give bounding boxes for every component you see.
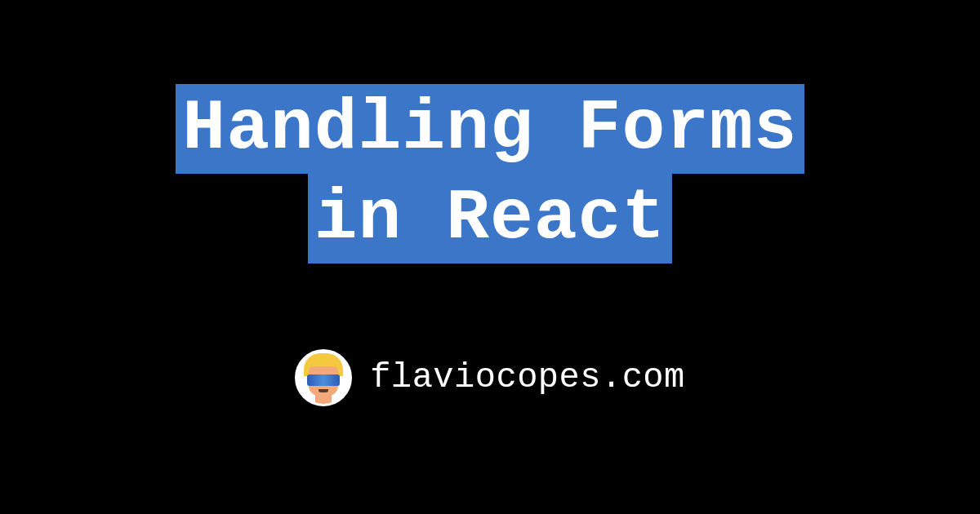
footer: flaviocopes.com xyxy=(295,349,685,406)
page-title: Handling Forms in React xyxy=(176,84,804,264)
site-name: flaviocopes.com xyxy=(370,358,685,397)
title-line-2: in React xyxy=(308,174,672,264)
avatar-icon xyxy=(295,349,352,406)
title-line-1: Handling Forms xyxy=(176,84,804,174)
